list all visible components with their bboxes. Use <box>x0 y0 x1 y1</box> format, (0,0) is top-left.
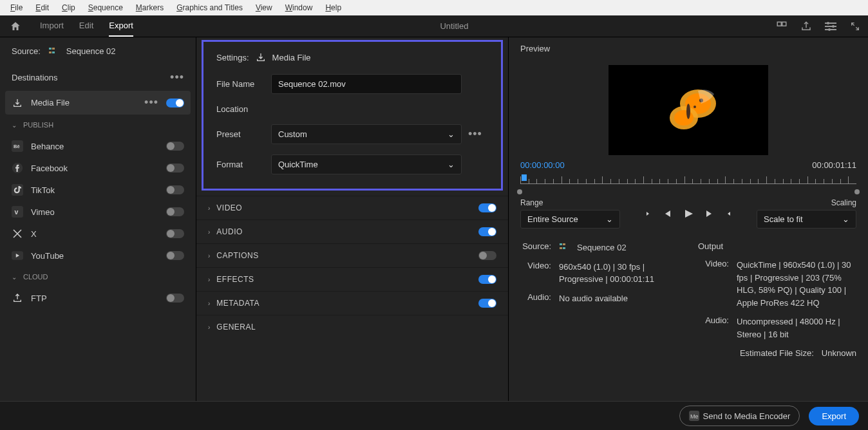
fullscreen-icon[interactable] <box>849 20 862 33</box>
tiktok-toggle[interactable] <box>166 185 184 194</box>
mark-in-button[interactable] <box>643 209 651 219</box>
effects-section[interactable]: ›EFFECTS <box>196 267 508 291</box>
menu-file[interactable]: File <box>4 1 29 15</box>
est-label: Estimated File Size: <box>698 347 814 360</box>
destination-behance[interactable]: Bē Behance <box>0 135 196 157</box>
step-forward-button[interactable] <box>705 209 714 218</box>
out-handle[interactable] <box>854 189 860 194</box>
menu-graphics[interactable]: Graphics and Titles <box>170 1 249 15</box>
menu-view[interactable]: View <box>249 1 279 15</box>
menu-sequence[interactable]: Sequence <box>82 1 129 15</box>
est-value: Unknown <box>822 347 856 360</box>
cloud-section-header[interactable]: ⌄ CLOUD <box>0 266 196 287</box>
svg-rect-26 <box>560 243 562 245</box>
share-icon[interactable] <box>800 20 813 33</box>
metadata-section[interactable]: ›METADATA <box>196 291 508 315</box>
preset-more-icon[interactable]: ••• <box>468 127 482 141</box>
tab-export[interactable]: Export <box>109 15 133 37</box>
preview-video[interactable] <box>609 65 768 155</box>
timeline[interactable] <box>520 176 856 191</box>
svg-rect-1 <box>782 22 786 26</box>
workspace-icon[interactable] <box>775 20 788 33</box>
youtube-toggle[interactable] <box>166 251 184 260</box>
destinations-panel: Source: Sequence 02 Destinations ••• Med… <box>0 37 196 401</box>
download-icon <box>256 52 266 62</box>
effects-toggle[interactable] <box>478 275 496 284</box>
step-back-button[interactable] <box>663 209 672 218</box>
menu-markers[interactable]: Markers <box>129 1 170 15</box>
menu-edit[interactable]: Edit <box>29 1 55 15</box>
general-section[interactable]: ›GENERAL <box>196 315 508 339</box>
audio-section[interactable]: ›AUDIO <box>196 220 508 243</box>
destinations-more-icon[interactable]: ••• <box>170 71 184 84</box>
x-toggle[interactable] <box>166 229 184 238</box>
filename-input[interactable] <box>271 74 462 94</box>
captions-toggle[interactable] <box>478 251 496 260</box>
svg-rect-3 <box>825 26 836 27</box>
output-audio-label: Audio: <box>698 315 729 325</box>
menu-clip[interactable]: Clip <box>55 1 82 15</box>
bottom-bar: Me Send to Media Encoder Export <box>0 401 868 430</box>
format-select[interactable]: QuickTime ⌄ <box>271 154 462 174</box>
tab-edit[interactable]: Edit <box>79 15 93 37</box>
behance-toggle[interactable] <box>166 142 184 151</box>
video-section[interactable]: ›VIDEO <box>196 196 508 220</box>
butterfly-image <box>653 84 724 136</box>
menu-window[interactable]: Window <box>279 1 319 15</box>
metadata-toggle[interactable] <box>478 299 496 308</box>
chevron-right-icon: › <box>208 324 210 331</box>
play-button[interactable] <box>683 209 693 219</box>
scaling-label: Scaling <box>831 198 856 207</box>
preview-title: Preview <box>509 37 868 60</box>
preview-panel: Preview 00:00:00:00 00:00:01:11 <box>509 37 868 401</box>
tab-import[interactable]: Import <box>40 15 64 37</box>
settings-icon[interactable] <box>824 20 837 33</box>
source-name[interactable]: Sequence 02 <box>66 46 116 56</box>
ftp-toggle[interactable] <box>166 294 184 303</box>
svg-rect-9 <box>52 48 55 50</box>
media-encoder-icon: Me <box>689 411 699 421</box>
export-button[interactable]: Export <box>809 407 859 425</box>
destination-vimeo[interactable]: v Vimeo <box>0 201 196 223</box>
destination-youtube[interactable]: YouTube <box>0 245 196 266</box>
location-label: Location <box>216 104 265 114</box>
mark-out-button[interactable] <box>726 209 733 219</box>
chevron-right-icon: › <box>208 205 210 212</box>
svg-rect-2 <box>825 23 836 24</box>
range-label: Range <box>520 198 620 207</box>
summary-video-value: 960x540 (1.0) | 30 fps | Progressive | 0… <box>559 261 679 286</box>
media-file-toggle[interactable] <box>166 98 184 108</box>
send-to-encoder-button[interactable]: Me Send to Media Encoder <box>679 406 800 426</box>
svg-rect-28 <box>560 247 562 249</box>
home-button[interactable] <box>6 17 24 35</box>
preset-select[interactable]: Custom ⌄ <box>271 124 462 144</box>
publish-section-header[interactable]: ⌄ PUBLISH <box>0 115 196 135</box>
output-video-label: Video: <box>698 259 729 268</box>
media-file-more-icon[interactable]: ••• <box>144 96 158 109</box>
audio-toggle[interactable] <box>478 227 496 236</box>
destination-ftp[interactable]: FTP <box>0 287 196 309</box>
destination-tiktok[interactable]: TikTok <box>0 179 196 201</box>
destination-facebook[interactable]: Facebook <box>0 157 196 179</box>
range-select[interactable]: Entire Source ⌄ <box>520 210 620 229</box>
chevron-down-icon: ⌄ <box>12 122 17 129</box>
menu-help[interactable]: Help <box>319 1 348 15</box>
video-toggle[interactable] <box>478 203 496 212</box>
vimeo-toggle[interactable] <box>166 207 184 216</box>
vimeo-icon: v <box>12 206 23 218</box>
timecode-end: 00:00:01:11 <box>812 160 856 170</box>
in-handle[interactable] <box>517 189 522 194</box>
destination-media-file[interactable]: Media File ••• <box>5 91 191 115</box>
timecode-start[interactable]: 00:00:00:00 <box>520 160 565 170</box>
menu-bar: File Edit Clip Sequence Markers Graphics… <box>0 0 868 15</box>
facebook-toggle[interactable] <box>166 164 184 173</box>
home-icon <box>10 21 21 32</box>
sequence-icon <box>559 241 569 252</box>
playhead[interactable] <box>522 174 527 181</box>
settings-panel: Settings: Media File File Name Location … <box>196 37 509 401</box>
svg-text:Me: Me <box>690 413 699 420</box>
scaling-select[interactable]: Scale to fit ⌄ <box>757 210 856 229</box>
captions-section[interactable]: ›CAPTIONS <box>196 243 508 267</box>
destination-x[interactable]: X <box>0 223 196 245</box>
behance-icon: Bē <box>12 140 23 152</box>
